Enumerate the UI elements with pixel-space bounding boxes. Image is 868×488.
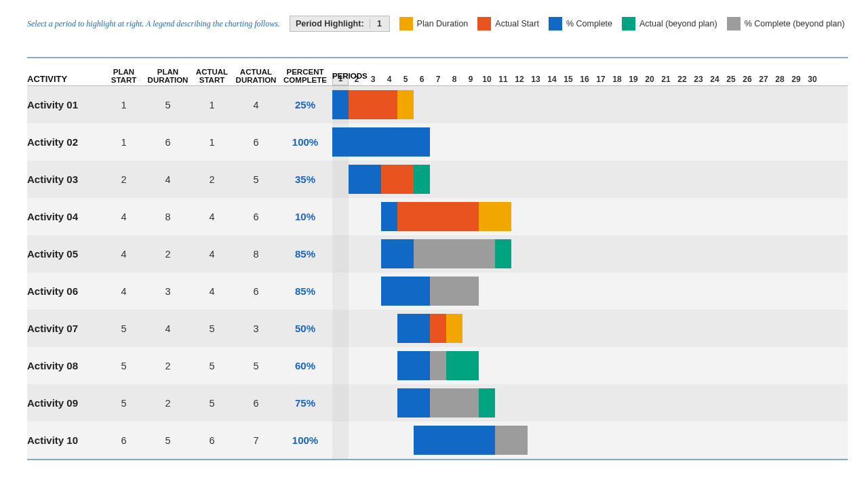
percent-complete[interactable]: 50% (278, 323, 332, 334)
actual-start[interactable]: 1 (190, 100, 234, 110)
activity-name: Activity 05 (27, 248, 102, 260)
legend-label: Plan Duration (417, 19, 469, 28)
gantt-cell (332, 86, 848, 123)
legend-label: % Complete (566, 19, 612, 28)
actual-start[interactable]: 4 (190, 211, 234, 222)
hdr-actual-duration: ACTUALDURATION (234, 68, 278, 85)
plan-start[interactable]: 6 (102, 435, 146, 446)
period-col-12[interactable]: 12 (511, 75, 528, 85)
plan-duration[interactable]: 3 (146, 286, 190, 297)
actual-start[interactable]: 1 (190, 137, 234, 148)
plan-start[interactable]: 1 (102, 137, 146, 148)
period-col-4[interactable]: 4 (381, 75, 397, 85)
actual-duration[interactable]: 7 (234, 435, 278, 446)
actual-duration[interactable]: 4 (234, 100, 278, 110)
period-col-23[interactable]: 23 (690, 75, 707, 85)
gantt-cell (332, 235, 848, 272)
plan-duration[interactable]: 6 (146, 137, 190, 148)
plan-start[interactable]: 1 (102, 100, 146, 110)
period-col-15[interactable]: 15 (560, 75, 576, 85)
period-col-25[interactable]: 25 (723, 75, 739, 85)
plan-duration[interactable]: 4 (146, 323, 190, 334)
period-col-16[interactable]: 16 (576, 75, 593, 85)
percent-complete[interactable]: 25% (278, 99, 332, 110)
plan-duration[interactable]: 2 (146, 249, 190, 260)
plan-start[interactable]: 2 (102, 174, 146, 185)
period-col-24[interactable]: 24 (707, 75, 723, 85)
actual-duration[interactable]: 6 (234, 286, 278, 297)
period-col-5[interactable]: 5 (397, 75, 414, 85)
period-col-26[interactable]: 26 (739, 75, 755, 85)
percent-complete[interactable]: 100% (278, 136, 332, 148)
plan-duration[interactable]: 8 (146, 211, 190, 222)
period-col-19[interactable]: 19 (625, 75, 642, 85)
period-col-18[interactable]: 18 (609, 75, 625, 85)
plan-duration[interactable]: 4 (146, 174, 190, 185)
actual-duration[interactable]: 6 (234, 137, 278, 148)
swatch-pct-beyond-icon (727, 17, 741, 30)
period-col-14[interactable]: 14 (544, 75, 560, 85)
period-col-20[interactable]: 20 (642, 75, 658, 85)
plan-duration[interactable]: 2 (146, 361, 190, 371)
legend-label: Actual Start (495, 19, 539, 28)
percent-complete[interactable]: 75% (278, 397, 332, 409)
table-row: Activity 021616100% (27, 123, 848, 161)
legend-label: Actual (beyond plan) (639, 19, 717, 28)
actual-start[interactable]: 5 (190, 398, 234, 409)
actual-start[interactable]: 6 (190, 435, 234, 446)
period-col-13[interactable]: 13 (528, 75, 544, 85)
plan-start[interactable]: 5 (102, 361, 146, 371)
percent-complete[interactable]: 10% (278, 211, 332, 222)
actual-start[interactable]: 5 (190, 323, 234, 334)
period-col-8[interactable]: 8 (446, 75, 462, 85)
period-col-29[interactable]: 29 (788, 75, 804, 85)
period-highlight-value[interactable]: 1 (370, 19, 389, 28)
period-col-17[interactable]: 17 (593, 75, 609, 85)
period-col-7[interactable]: 7 (430, 75, 446, 85)
actual-start[interactable]: 2 (190, 174, 234, 185)
period-highlight-box[interactable]: Period Highlight: 1 (290, 16, 390, 32)
plan-start[interactable]: 4 (102, 249, 146, 260)
percent-complete[interactable]: 60% (278, 360, 332, 371)
actual-duration[interactable]: 5 (234, 361, 278, 371)
actual-duration[interactable]: 3 (234, 323, 278, 334)
period-col-28[interactable]: 28 (772, 75, 788, 85)
period-col-27[interactable]: 27 (755, 75, 772, 85)
actual-duration[interactable]: 6 (234, 398, 278, 409)
table-row: Activity 106567100% (27, 422, 848, 459)
plan-start[interactable]: 4 (102, 211, 146, 222)
actual-duration[interactable]: 8 (234, 249, 278, 260)
period-col-6[interactable]: 6 (414, 75, 430, 85)
plan-duration[interactable]: 5 (146, 100, 190, 110)
period-col-21[interactable]: 21 (658, 75, 674, 85)
activity-name: Activity 01 (27, 99, 102, 110)
period-col-30[interactable]: 30 (804, 75, 821, 85)
legend-actual-start: Actual Start (477, 17, 539, 30)
actual-duration[interactable]: 5 (234, 174, 278, 185)
period-col-9[interactable]: 9 (462, 75, 479, 85)
planner-grid: ACTIVITY PLANSTART PLANDURATION ACTUALST… (27, 57, 848, 460)
activity-name: Activity 02 (27, 136, 102, 148)
periods-title: PERIODS (332, 72, 368, 80)
gantt-cell (332, 272, 848, 310)
percent-complete[interactable]: 100% (278, 434, 332, 446)
plan-start[interactable]: 4 (102, 286, 146, 297)
period-col-10[interactable]: 10 (479, 75, 495, 85)
actual-start[interactable]: 5 (190, 361, 234, 371)
period-col-11[interactable]: 11 (495, 75, 511, 85)
percent-complete[interactable]: 85% (278, 248, 332, 260)
swatch-actual-beyond-icon (622, 17, 635, 30)
actual-duration[interactable]: 6 (234, 211, 278, 222)
column-headers: ACTIVITY PLANSTART PLANDURATION ACTUALST… (27, 57, 848, 86)
plan-duration[interactable]: 5 (146, 435, 190, 446)
plan-duration[interactable]: 2 (146, 398, 190, 409)
percent-complete[interactable]: 35% (278, 174, 332, 185)
plan-start[interactable]: 5 (102, 398, 146, 409)
legend-pct-complete: % Complete (549, 17, 612, 30)
hdr-percent-complete: PERCENTCOMPLETE (278, 68, 332, 85)
percent-complete[interactable]: 85% (278, 285, 332, 297)
actual-start[interactable]: 4 (190, 286, 234, 297)
plan-start[interactable]: 5 (102, 323, 146, 334)
actual-start[interactable]: 4 (190, 249, 234, 260)
period-col-22[interactable]: 22 (674, 75, 690, 85)
